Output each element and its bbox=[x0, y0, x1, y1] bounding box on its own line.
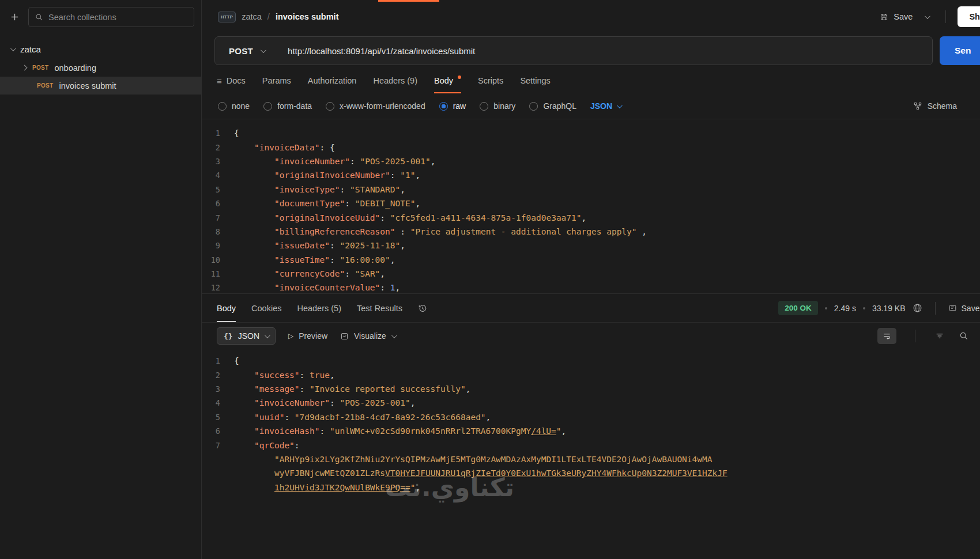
search-response-icon[interactable] bbox=[958, 330, 970, 342]
code-text: "invoiceNumber": "POS-2025-001", bbox=[234, 398, 415, 407]
mode-label: form-data bbox=[277, 101, 312, 111]
line-number: 3 bbox=[202, 384, 234, 394]
code-text: "invoiceNumber": "POS-2025-001", bbox=[234, 157, 435, 166]
response-tab-cookies[interactable]: Cookies bbox=[251, 294, 281, 322]
tab-body[interactable]: Body bbox=[434, 68, 461, 93]
preview-button[interactable]: ▷ Preview bbox=[288, 331, 327, 341]
save-response-icon bbox=[948, 304, 957, 312]
line-number: 2 bbox=[202, 143, 234, 152]
sidebar-item-onboarding[interactable]: POSTonboarding bbox=[0, 59, 201, 77]
body-mode-form-data[interactable]: form-data bbox=[263, 101, 312, 111]
chevron-down-icon bbox=[925, 13, 930, 19]
code-text: "billingReferenceReason" : "Price adjust… bbox=[234, 227, 647, 236]
mode-label: x-www-form-urlencoded bbox=[340, 101, 425, 111]
tab-label: Authorization bbox=[308, 76, 357, 85]
tab-settings[interactable]: Settings bbox=[520, 68, 550, 93]
sidebar-top-bar: Search collections bbox=[0, 0, 201, 33]
schema-label: Schema bbox=[928, 101, 957, 111]
sidebar: Search collections zatcaPOSTonboardingPO… bbox=[0, 0, 202, 559]
tab-params[interactable]: Params bbox=[262, 68, 291, 93]
divider bbox=[915, 330, 915, 342]
search-placeholder: Search collections bbox=[48, 13, 116, 22]
line-number: 12 bbox=[202, 283, 234, 292]
code-text: "originalInvoiceNumber": "1", bbox=[234, 171, 420, 180]
tab-label: Body bbox=[217, 304, 236, 313]
code-text: "originalInvoiceUuid": "cfc5fed1-a411-46… bbox=[234, 213, 586, 222]
globe-icon[interactable] bbox=[913, 303, 922, 313]
line-number: 3 bbox=[202, 157, 234, 166]
wrap-text-icon bbox=[883, 332, 891, 341]
docs-icon: ≡ bbox=[217, 76, 222, 86]
send-button[interactable]: Sen bbox=[940, 36, 980, 65]
request-body-editor[interactable]: 1{2"invoiceData": {3"invoiceNumber": "PO… bbox=[202, 119, 980, 293]
radio-icon bbox=[326, 102, 334, 111]
tab-headers-9[interactable]: Headers (9) bbox=[373, 68, 417, 93]
response-time: 2.49 s bbox=[834, 304, 856, 313]
item-label: onboarding bbox=[54, 63, 96, 73]
sidebar-item-zatca[interactable]: zatca bbox=[0, 40, 201, 59]
line-number: 2 bbox=[202, 371, 234, 380]
method-label: POST bbox=[32, 65, 48, 71]
code-text: "invoiceData": { bbox=[234, 143, 335, 152]
tab-label: Test Results bbox=[357, 304, 402, 313]
response-tab-headers-5[interactable]: Headers (5) bbox=[297, 294, 341, 322]
save-dropdown-button[interactable] bbox=[919, 12, 934, 22]
method-label: POST bbox=[37, 82, 53, 89]
mode-label: raw bbox=[453, 101, 466, 111]
tab-label: Headers (5) bbox=[297, 304, 341, 313]
response-code-line: 7"qrCode": bbox=[202, 438, 980, 452]
response-tab-body[interactable]: Body bbox=[217, 294, 236, 322]
wrap-text-button[interactable] bbox=[877, 328, 896, 344]
code-text: "invoiceHash": "unlWMc+v02cSd90rnk045nRR… bbox=[234, 426, 566, 436]
method-selector[interactable]: POST bbox=[215, 46, 277, 56]
radio-icon bbox=[218, 102, 227, 111]
body-mode-graphql[interactable]: GraphQL bbox=[529, 101, 576, 111]
request-code-line: 1{ bbox=[202, 126, 980, 140]
filter-icon[interactable] bbox=[934, 330, 945, 342]
response-body-editor[interactable]: 1{2"success": true,3"message": "Invoice … bbox=[202, 349, 980, 559]
save-label: Save bbox=[894, 12, 913, 21]
radio-icon bbox=[439, 102, 448, 111]
breadcrumb-collection[interactable]: zatca bbox=[242, 12, 262, 21]
active-tab-indicator bbox=[378, 0, 439, 2]
url-input[interactable]: http://localhost:8091/api/v1/zatca/invoi… bbox=[288, 46, 475, 56]
response-format-selector[interactable]: {} JSON bbox=[217, 327, 276, 345]
tab-authorization[interactable]: Authorization bbox=[308, 68, 357, 93]
tab-label: Headers (9) bbox=[373, 76, 417, 85]
share-button[interactable]: Sha bbox=[958, 6, 980, 27]
body-mode-raw[interactable]: raw bbox=[439, 101, 466, 111]
new-button[interactable] bbox=[9, 11, 21, 23]
language-value: JSON bbox=[590, 101, 612, 111]
tab-docs[interactable]: ≡Docs bbox=[217, 68, 246, 93]
save-response-button[interactable]: Save Resp bbox=[948, 304, 980, 313]
chevron-right-icon[interactable] bbox=[22, 65, 28, 71]
sidebar-item-invoices-submit[interactable]: POSTinvoices submit bbox=[0, 77, 201, 95]
url-bar: POST http://localhost:8091/api/v1/zatca/… bbox=[214, 36, 933, 65]
body-mode-x-www-form-urlencoded[interactable]: x-www-form-urlencoded bbox=[326, 101, 425, 111]
request-code-line: 9"issueDate": "2025-11-18", bbox=[202, 239, 980, 252]
breadcrumb-separator: / bbox=[267, 12, 270, 21]
request-header: HTTP zatca / invoices submit Save Sha bbox=[202, 0, 980, 33]
chevron-down-icon[interactable] bbox=[10, 46, 16, 51]
code-text: "ARHYp9ix2LYg2KfZhNiu2YrYsQIPMzAwMjE5MTg… bbox=[234, 455, 713, 464]
schema-button[interactable]: Schema bbox=[913, 101, 968, 111]
chevron-down-icon bbox=[265, 333, 270, 338]
save-button[interactable]: Save bbox=[879, 9, 914, 25]
line-number: 6 bbox=[202, 426, 234, 436]
search-input[interactable]: Search collections bbox=[28, 7, 194, 27]
code-text: "success": true, bbox=[234, 371, 335, 380]
history-icon[interactable] bbox=[418, 294, 427, 322]
chevron-down-icon bbox=[391, 333, 397, 338]
response-tab-test-results[interactable]: Test Results bbox=[357, 294, 402, 322]
body-mode-none[interactable]: none bbox=[218, 101, 250, 111]
tab-scripts[interactable]: Scripts bbox=[478, 68, 503, 93]
body-mode-binary[interactable]: binary bbox=[480, 101, 515, 111]
code-text: "qrCode": bbox=[234, 441, 300, 450]
response-code-line: 1h2UHVid3JTK2QwNUlBWkE9PQ==", bbox=[202, 481, 980, 494]
tab-label: Body bbox=[434, 76, 453, 85]
visualize-button[interactable]: Visualize bbox=[340, 331, 395, 341]
line-number: 1 bbox=[202, 356, 234, 365]
divider bbox=[935, 302, 936, 315]
language-selector[interactable]: JSON bbox=[590, 101, 621, 111]
request-code-line: 12"invoiceCounterValue": 1, bbox=[202, 281, 980, 293]
